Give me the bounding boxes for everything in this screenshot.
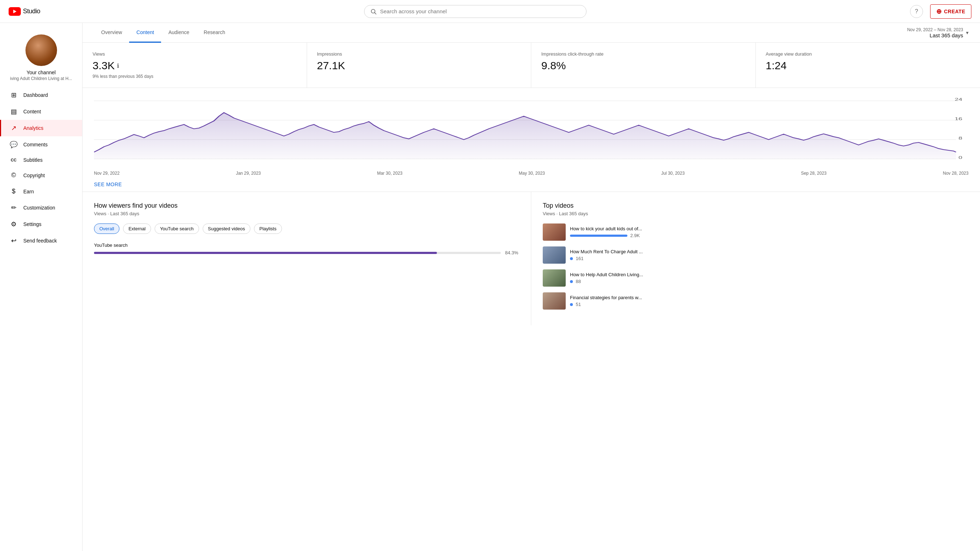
youtube-icon [9, 7, 21, 16]
bar-row: 84.3% [94, 250, 519, 255]
sidebar-label-send-feedback: Send feedback [23, 238, 57, 244]
video-thumb-4 [543, 292, 566, 310]
chevron-down-icon[interactable]: ▾ [966, 30, 969, 35]
dot-blue-3 [570, 280, 573, 283]
create-plus-icon: ⊕ [936, 8, 942, 16]
chip-youtube-search[interactable]: YouTube search [154, 223, 199, 234]
stats-row: Views 3.3K ℹ 9% less than previous 365 d… [83, 43, 980, 88]
sidebar-item-content[interactable]: ▤ Content [0, 104, 82, 120]
sidebar-label-dashboard: Dashboard [23, 92, 48, 98]
subtitles-icon: CC [10, 158, 18, 162]
svg-text:0: 0 [958, 155, 963, 160]
sidebar-item-analytics[interactable]: ↗ Analytics [0, 120, 82, 136]
comments-icon: 💬 [10, 141, 18, 148]
video-title-3: How to Help Adult Children Living... [570, 272, 969, 277]
date-range-bottom: Last 365 days [907, 32, 963, 38]
video-title-4: Financial strategies for parents w... [570, 295, 969, 300]
video-item-2[interactable]: How Much Rent To Charge Adult ... 161 [543, 247, 969, 264]
channel-info: Your channel iving Adult Children Living… [0, 27, 82, 87]
tab-overview[interactable]: Overview [94, 23, 129, 43]
video-thumb-2 [543, 247, 566, 264]
sidebar: Your channel iving Adult Children Living… [0, 23, 83, 325]
date-range-top: Nov 29, 2022 – Nov 28, 2023 [907, 27, 963, 32]
stat-avg-view: Average view duration 1:24 [756, 43, 980, 88]
dot-blue-2 [570, 257, 573, 260]
send-feedback-icon: ↩ [10, 237, 18, 245]
copyright-icon: © [10, 172, 18, 179]
date-range: Nov 29, 2022 – Nov 28, 2023 Last 365 day… [907, 24, 963, 41]
video-stat-row-3: 88 [570, 279, 969, 284]
video-item-4[interactable]: Financial strategies for parents w... 51 [543, 292, 969, 310]
sidebar-item-dashboard[interactable]: ⊞ Dashboard [0, 87, 82, 104]
filter-chips: Overall External YouTube search Suggeste… [94, 223, 519, 234]
sidebar-item-comments[interactable]: 💬 Comments [0, 136, 82, 153]
video-count-3: 88 [576, 279, 581, 284]
sidebar-label-subtitles: Subtitles [23, 157, 43, 163]
stat-impressions-label: Impressions [317, 51, 521, 57]
video-item-1[interactable]: How to kick your adult kids out of... 2.… [543, 223, 969, 241]
youtube-studio-logo[interactable]: Studio [9, 7, 40, 16]
video-item-3[interactable]: How to Help Adult Children Living... 88 [543, 269, 969, 287]
chart-x-label-3: May 30, 2023 [519, 171, 545, 176]
sidebar-label-content: Content [23, 109, 41, 115]
stat-impressions: Impressions 27.1K [307, 43, 531, 88]
sidebar-label-analytics: Analytics [23, 125, 43, 131]
main-content: Overview Content Audience Research Nov 2… [83, 23, 980, 325]
stat-views: Views 3.3K ℹ 9% less than previous 365 d… [83, 43, 307, 88]
create-label: CREATE [944, 9, 965, 14]
tab-content[interactable]: Content [129, 23, 161, 43]
search-input[interactable] [380, 8, 581, 14]
sidebar-item-settings[interactable]: ⚙ Settings [0, 216, 82, 233]
chart-x-label-1: Jan 29, 2023 [236, 171, 261, 176]
chart-x-label-6: Nov 28, 2023 [943, 171, 969, 176]
sidebar-item-earn[interactable]: $ Earn [0, 183, 82, 199]
top-videos-title: Top videos [543, 202, 969, 210]
dashboard-icon: ⊞ [10, 91, 18, 99]
header: Studio ? ⊕ CREATE [0, 0, 980, 23]
chip-playlists[interactable]: Playlists [254, 223, 282, 234]
studio-label: Studio [23, 8, 40, 15]
stat-views-sub: 9% less than previous 365 days [92, 74, 297, 79]
video-bar-blue-1 [570, 235, 627, 237]
stat-views-label: Views [92, 51, 297, 57]
video-thumb-3 [543, 269, 566, 287]
chart-x-labels: Nov 29, 2022 Jan 29, 2023 Mar 30, 2023 M… [94, 169, 969, 176]
header-left: Studio [9, 7, 40, 16]
video-count-1: 2.9K [630, 233, 640, 238]
stat-impressions-value: 27.1K [317, 59, 521, 72]
chart-x-label-2: Mar 30, 2023 [377, 171, 402, 176]
bottom-section: How viewers find your videos Views · Las… [83, 192, 980, 325]
sidebar-label-settings: Settings [23, 221, 41, 227]
earn-icon: $ [10, 188, 18, 195]
sidebar-item-subtitles[interactable]: CC Subtitles [0, 153, 82, 167]
sidebar-label-earn: Earn [23, 189, 34, 194]
tabs-bar: Overview Content Audience Research Nov 2… [83, 23, 980, 43]
stat-views-value: 3.3K ℹ [92, 59, 297, 72]
sidebar-item-send-feedback[interactable]: ↩ Send feedback [0, 233, 82, 249]
chart-wrap: 24 16 8 0 Nov 29, 2022 Jan 29, 2023 Mar … [94, 97, 969, 176]
chip-suggested-videos[interactable]: Suggested videos [203, 223, 250, 234]
sidebar-item-customization[interactable]: ✏ Customization [0, 199, 82, 216]
tab-audience[interactable]: Audience [161, 23, 196, 43]
see-more-button[interactable]: SEE MORE [94, 182, 969, 187]
svg-text:8: 8 [958, 136, 963, 140]
sidebar-label-comments: Comments [23, 142, 48, 147]
header-right: ? ⊕ CREATE [910, 4, 971, 19]
channel-subtitle: iving Adult Children Living at H... [10, 76, 72, 81]
how-viewers-section: How viewers find your videos Views · Las… [83, 192, 531, 325]
video-info-1: How to kick your adult kids out of... 2.… [570, 226, 969, 238]
chip-overall[interactable]: Overall [94, 223, 119, 234]
chart-area: 24 16 8 0 Nov 29, 2022 Jan 29, 2023 Mar … [83, 88, 980, 192]
bar-track [94, 252, 501, 254]
search-bar[interactable] [364, 5, 587, 18]
stat-views-info-icon[interactable]: ℹ [117, 62, 119, 69]
chip-external[interactable]: External [123, 223, 151, 234]
create-button[interactable]: ⊕ CREATE [930, 4, 971, 19]
stat-ctr-label: Impressions click-through rate [541, 51, 745, 57]
help-button[interactable]: ? [910, 5, 923, 18]
video-stat-row-4: 51 [570, 302, 969, 307]
sidebar-item-copyright[interactable]: © Copyright [0, 167, 82, 183]
video-title-1: How to kick your adult kids out of... [570, 226, 969, 231]
settings-icon: ⚙ [10, 220, 18, 228]
tab-research[interactable]: Research [197, 23, 232, 43]
